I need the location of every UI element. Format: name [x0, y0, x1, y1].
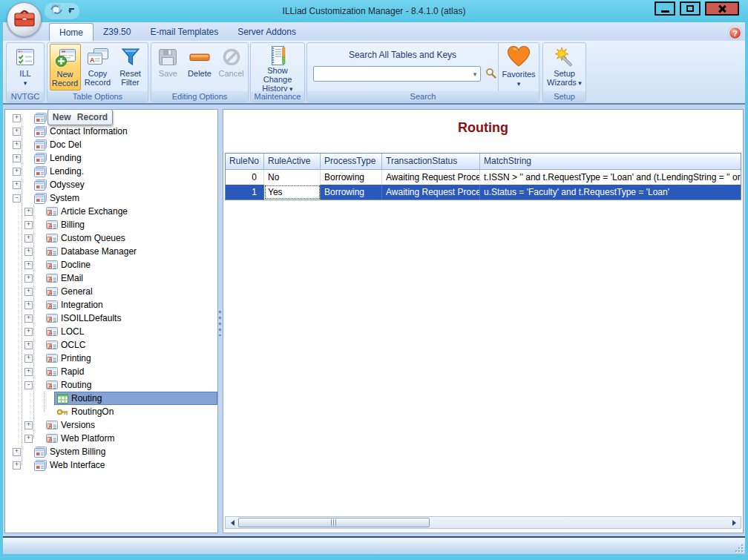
tree-item-body[interactable]: Doc Del: [32, 138, 217, 151]
favorites-button[interactable]: Favorites: [498, 43, 539, 91]
tab-home[interactable]: Home: [49, 23, 94, 41]
expand-toggle[interactable]: +: [24, 421, 33, 429]
tree-item-odyssey[interactable]: +Odyssey: [5, 178, 217, 191]
tree-item-body[interactable]: ADatabase Manager: [44, 245, 217, 258]
table-row[interactable]: 1YesBorrowingAwaiting Request Processing…: [226, 185, 741, 200]
expand-toggle[interactable]: +: [13, 461, 21, 470]
reset-filter-button[interactable]: Reset Filter: [115, 44, 146, 90]
show-change-history-button[interactable]: Show Change History: [252, 44, 303, 90]
expand-toggle[interactable]: +: [24, 368, 33, 376]
tree-item-rapid[interactable]: +ARapid: [5, 365, 217, 378]
tree-item-contact-information[interactable]: +Contact Information: [5, 125, 217, 138]
setup-wizards-button[interactable]: Setup Wizards: [545, 44, 584, 90]
ill-button[interactable]: ILL: [10, 44, 41, 90]
tree-item-printing[interactable]: +APrinting: [5, 352, 217, 365]
tree-item-email[interactable]: +AEMail: [5, 271, 217, 285]
tree-item-body[interactable]: AWeb Platform: [44, 432, 217, 445]
column-header-matchstring[interactable]: MatchString: [480, 154, 741, 169]
maximize-button[interactable]: [680, 1, 701, 16]
expand-toggle[interactable]: +: [24, 248, 33, 256]
table-cell[interactable]: t.ISSN > '' and t.RequestType = 'Loan' a…: [480, 170, 741, 185]
column-header-transactionstatus[interactable]: TransactionStatus: [382, 154, 480, 169]
expand-toggle[interactable]: +: [24, 435, 33, 443]
tree-item-body[interactable]: AVersions: [44, 418, 217, 432]
table-cell[interactable]: 0: [226, 170, 264, 185]
tree-item-body[interactable]: Web Interface: [32, 458, 217, 472]
minimize-button[interactable]: [654, 1, 675, 16]
table-cell[interactable]: 1: [226, 185, 264, 200]
tree-item-body[interactable]: RoutingOn: [54, 405, 217, 418]
search-dropdown-icon[interactable]: ▾: [470, 70, 480, 78]
close-button[interactable]: [705, 1, 739, 16]
tree-item-body[interactable]: AIntegration: [44, 298, 217, 312]
expand-toggle[interactable]: +: [24, 261, 33, 269]
expand-toggle[interactable]: +: [24, 314, 33, 323]
tree-item-body[interactable]: AISOILLDefaults: [44, 312, 217, 325]
column-header-processtype[interactable]: ProcessType: [321, 154, 382, 169]
expand-toggle[interactable]: +: [24, 234, 33, 243]
tree-item-billing[interactable]: +ABilling: [5, 218, 217, 231]
expand-toggle[interactable]: +: [24, 208, 33, 216]
tree-item-body[interactable]: Contact Information: [32, 125, 217, 138]
tree-item-system-billing[interactable]: +System Billing: [5, 445, 217, 458]
tree-item-versions[interactable]: +AVersions: [5, 418, 217, 432]
cancel-button[interactable]: Cancel: [216, 44, 246, 90]
tree-item-body[interactable]: Routing: [54, 392, 217, 405]
tree-item-body[interactable]: System: [32, 191, 217, 205]
tree-item-body[interactable]: AArticle Exchange: [44, 205, 217, 218]
application-menu-button[interactable]: [7, 2, 42, 37]
expand-toggle[interactable]: +: [24, 301, 33, 309]
tree-item-body[interactable]: Lending.: [32, 165, 217, 178]
column-header-ruleactive[interactable]: RuleActive: [264, 154, 321, 169]
table-cell[interactable]: Awaiting Request Processing: [382, 170, 480, 185]
tree-item-article-exchange[interactable]: +AArticle Exchange: [5, 205, 217, 218]
table-cell[interactable]: u.Status = 'Faculty' and t.RequestType =…: [480, 185, 741, 200]
new-record-button[interactable]: New Record: [50, 44, 81, 90]
tree-item-lending[interactable]: +Lending.: [5, 165, 217, 178]
tree-item-locl[interactable]: +ALOCL: [5, 325, 217, 338]
search-icon[interactable]: [485, 67, 496, 82]
tree-item-body[interactable]: AGeneral: [44, 285, 217, 298]
tree-item-routing[interactable]: Routing: [5, 392, 217, 405]
scroll-left-button[interactable]: [226, 517, 237, 528]
tree-item-body[interactable]: ACustom Queues: [44, 231, 217, 245]
expand-toggle[interactable]: +: [24, 355, 33, 363]
expand-toggle[interactable]: +: [24, 274, 33, 283]
copy-record-button[interactable]: A Copy Record: [82, 44, 114, 90]
tree-item-system[interactable]: -System: [5, 191, 217, 205]
customize-qat-dropdown-icon[interactable]: [68, 7, 75, 15]
tree-item-lending[interactable]: +Lending: [5, 151, 217, 165]
table-cell[interactable]: No: [264, 170, 321, 185]
collapse-toggle[interactable]: -: [24, 381, 33, 389]
expand-toggle[interactable]: +: [24, 221, 33, 229]
help-button[interactable]: ?: [729, 27, 741, 39]
tree-item-body[interactable]: Odyssey: [32, 178, 217, 191]
tree-item-body[interactable]: System Billing: [32, 445, 217, 458]
tree-item-doc-del[interactable]: +Doc Del: [5, 138, 217, 151]
delete-button[interactable]: Delete: [185, 44, 215, 90]
expand-toggle[interactable]: +: [13, 181, 21, 189]
horizontal-scrollbar[interactable]: [225, 516, 741, 529]
tree-item-custom-queues[interactable]: +ACustom Queues: [5, 231, 217, 245]
search-input[interactable]: [314, 67, 470, 80]
tree-item-integration[interactable]: +AIntegration: [5, 298, 217, 312]
table-cell[interactable]: Borrowing: [321, 185, 382, 200]
table-cell[interactable]: Awaiting Request Processing: [382, 185, 480, 200]
tab-z3950[interactable]: Z39.50: [94, 23, 140, 41]
tree-item-body[interactable]: ARouting: [44, 378, 217, 392]
tree-item-body[interactable]: AOCLC: [44, 338, 217, 352]
sync-icon[interactable]: [49, 4, 64, 19]
tab-server-addons[interactable]: Server Addons: [228, 23, 306, 41]
tree-item-web-platform[interactable]: +AWeb Platform: [5, 432, 217, 445]
tree-item-body[interactable]: APrinting: [44, 352, 217, 365]
expand-toggle[interactable]: +: [24, 341, 33, 349]
expand-toggle[interactable]: +: [13, 448, 21, 456]
expand-toggle[interactable]: +: [13, 141, 21, 149]
tree-item-docline[interactable]: +ADocline: [5, 258, 217, 271]
expand-toggle[interactable]: +: [13, 168, 21, 176]
tree-item-body[interactable]: ADocline: [44, 258, 217, 271]
expand-toggle[interactable]: +: [13, 154, 21, 162]
tree-item-routingon[interactable]: RoutingOn: [5, 405, 217, 418]
expand-toggle[interactable]: +: [13, 128, 21, 136]
tree-item-body[interactable]: AEMail: [44, 271, 217, 285]
